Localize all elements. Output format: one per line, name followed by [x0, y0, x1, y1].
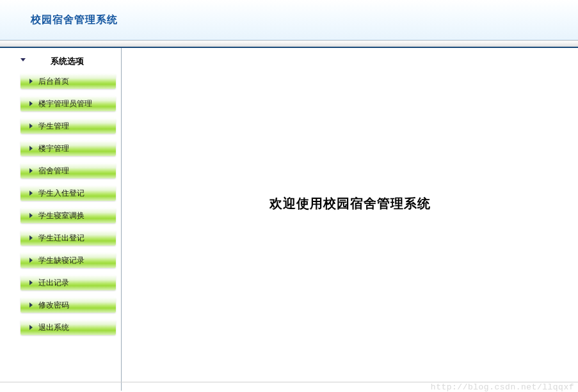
sidebar: 系统选项 后台首页 楼宇管理员管理 学生管理 楼宇管理 宿舍管理 [0, 48, 122, 391]
chevron-right-icon [29, 123, 33, 129]
chevron-right-icon [29, 325, 33, 330]
menu-item-building[interactable]: 楼宇管理 [20, 141, 116, 156]
menu-item-home[interactable]: 后台首页 [20, 74, 116, 89]
chevron-right-icon [29, 191, 33, 196]
menu-item-label: 迁出记录 [38, 278, 69, 287]
menu-item-checkout-record[interactable]: 迁出记录 [20, 275, 116, 290]
menu-item-label: 学生管理 [38, 122, 69, 130]
menu-item-logout[interactable]: 退出系统 [20, 320, 116, 335]
app-title: 校园宿舍管理系统 [31, 13, 118, 27]
welcome-text: 欢迎使用校园宿舍管理系统 [269, 195, 431, 212]
menu-item-password[interactable]: 修改密码 [20, 297, 116, 313]
menu-item-student[interactable]: 学生管理 [20, 118, 116, 134]
main-panel: 欢迎使用校园宿舍管理系统 [122, 48, 578, 391]
chevron-right-icon [29, 168, 33, 173]
menu-item-absence[interactable]: 学生缺寝记录 [20, 253, 116, 268]
sidebar-header[interactable]: 系统选项 [0, 52, 121, 74]
menu-item-label: 学生迁出登记 [38, 233, 84, 242]
chevron-right-icon [29, 213, 33, 218]
menu-item-label: 后台首页 [38, 77, 69, 86]
menu-item-dorm[interactable]: 宿舍管理 [20, 163, 116, 178]
chevron-right-icon [29, 258, 33, 263]
chevron-right-icon [29, 146, 33, 151]
menu-item-label: 修改密码 [38, 301, 69, 310]
menu-item-checkin[interactable]: 学生入住登记 [20, 185, 116, 201]
menu-item-label: 学生入住登记 [38, 189, 84, 198]
sidebar-title: 系统选项 [51, 56, 84, 67]
chevron-right-icon [29, 79, 33, 84]
sidebar-menu: 后台首页 楼宇管理员管理 学生管理 楼宇管理 宿舍管理 学生入住登记 [0, 74, 121, 335]
chevron-right-icon [29, 280, 33, 285]
menu-item-label: 楼宇管理 [38, 144, 69, 153]
menu-item-label: 退出系统 [38, 323, 69, 332]
menu-item-checkout[interactable]: 学生迁出登记 [20, 230, 116, 246]
watermark-text: http://blog.csdn.net/llqqxf [431, 382, 574, 392]
header-divider [0, 40, 578, 48]
menu-item-label: 学生缺寝记录 [38, 256, 84, 265]
menu-item-building-admin[interactable]: 楼宇管理员管理 [20, 96, 116, 111]
menu-item-label: 楼宇管理员管理 [38, 99, 92, 108]
content-area: 系统选项 后台首页 楼宇管理员管理 学生管理 楼宇管理 宿舍管理 [0, 48, 578, 391]
menu-item-label: 学生寝室调换 [38, 211, 84, 220]
menu-item-label: 宿舍管理 [38, 166, 69, 175]
app-header: 校园宿舍管理系统 [0, 0, 578, 40]
menu-item-room-change[interactable]: 学生寝室调换 [20, 208, 116, 223]
chevron-right-icon [29, 302, 33, 308]
chevron-right-icon [29, 101, 33, 106]
chevron-right-icon [29, 235, 33, 240]
chevron-down-icon [20, 58, 26, 61]
